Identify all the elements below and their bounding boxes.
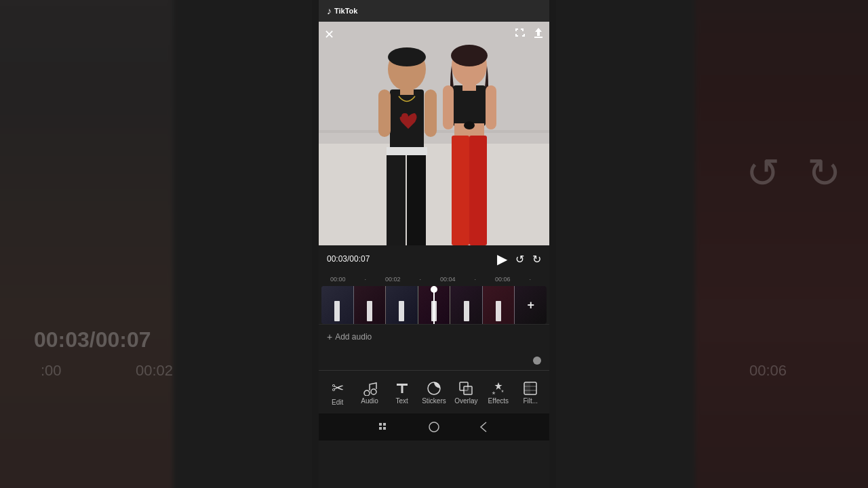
- svg-point-34: [429, 422, 439, 432]
- text-icon: [395, 381, 410, 396]
- timeline-ruler: 00:00 · 00:02 · 00:04 · 00:06 ·: [319, 272, 549, 286]
- filter-icon: [523, 381, 538, 396]
- svg-point-13: [451, 45, 488, 66]
- edit-label: Edit: [332, 399, 343, 406]
- playback-controls: ▶ ↺ ↻: [497, 251, 541, 267]
- upload-icon: [533, 27, 544, 38]
- add-segment-icon[interactable]: +: [528, 298, 535, 312]
- segment-handle-3[interactable]: [399, 301, 404, 321]
- svg-rect-18: [462, 83, 476, 91]
- svg-point-24: [371, 389, 376, 394]
- svg-rect-19: [443, 85, 454, 129]
- segment-handle-6[interactable]: [496, 301, 501, 321]
- film-segment-2[interactable]: [354, 286, 387, 324]
- ruler-mark-6: 00:06: [489, 276, 517, 283]
- film-segment-7[interactable]: +: [515, 286, 547, 324]
- redo-button[interactable]: ↻: [532, 253, 541, 266]
- tool-audio[interactable]: Audio: [356, 381, 383, 405]
- stickers-icon: [427, 381, 441, 396]
- add-audio-plus: +: [327, 331, 332, 342]
- ruler-mark-5: ·: [462, 276, 490, 283]
- film-segment-3[interactable]: [386, 286, 418, 324]
- film-segment-1[interactable]: [321, 286, 354, 324]
- nav-home-button[interactable]: [423, 416, 445, 438]
- timeline-track[interactable]: +: [321, 286, 547, 324]
- tool-overlay[interactable]: Overlay: [452, 381, 479, 405]
- playhead: [433, 286, 435, 324]
- add-audio-row[interactable]: + Add audio: [319, 324, 549, 348]
- ruler-mark-1: ·: [352, 276, 380, 283]
- svg-rect-33: [383, 427, 386, 430]
- upload-button[interactable]: [533, 27, 544, 41]
- overlay-label: Overlay: [454, 397, 477, 405]
- video-frame: [319, 22, 549, 245]
- top-bar: ♪ TikTok: [319, 0, 549, 22]
- ruler-mark-2: 00:02: [379, 276, 407, 283]
- bg-left-time2: 00:02: [136, 362, 173, 380]
- bg-redo-icon: ↻: [807, 149, 841, 197]
- segment-handle-1[interactable]: [334, 301, 340, 321]
- time-display: 00:03/00:07: [327, 254, 370, 264]
- effects-label: Effects: [488, 397, 509, 405]
- video-content-svg: [319, 22, 549, 245]
- effects-icon: [491, 381, 506, 396]
- back-icon: [479, 421, 488, 433]
- ruler-mark-0: 00:00: [324, 276, 352, 283]
- scroll-dot[interactable]: [533, 357, 541, 365]
- svg-point-21: [464, 121, 475, 129]
- nav-menu-button[interactable]: [374, 416, 395, 438]
- app-title: TikTok: [334, 7, 357, 15]
- overlay-icon: [458, 381, 473, 396]
- bg-left-panel: 00:03/00:07 :00 00:02: [0, 0, 312, 488]
- segment-handle-5[interactable]: [464, 301, 469, 321]
- close-button[interactable]: ✕: [324, 27, 334, 42]
- tool-stickers[interactable]: Stickers: [420, 381, 448, 405]
- tiktok-icon: ♪: [327, 5, 332, 16]
- tool-filter[interactable]: Filt...: [517, 381, 544, 405]
- svg-rect-8: [407, 155, 426, 245]
- svg-point-25: [428, 382, 440, 394]
- svg-rect-27: [464, 386, 472, 394]
- video-preview: ✕: [319, 22, 549, 245]
- bg-left-timestamp: 00:03/00:07: [34, 327, 151, 352]
- svg-rect-29: [524, 382, 530, 394]
- svg-rect-20: [486, 85, 496, 129]
- add-audio-label: Add audio: [335, 332, 372, 342]
- svg-rect-10: [378, 89, 391, 137]
- edit-icon: ✂: [332, 380, 344, 397]
- svg-rect-31: [383, 423, 386, 426]
- scroll-area: [319, 351, 549, 370]
- ruler-mark-4: 00:04: [434, 276, 462, 283]
- svg-rect-30: [379, 423, 382, 426]
- film-segment-6[interactable]: [483, 286, 515, 324]
- segment-handle-2[interactable]: [367, 301, 372, 321]
- audio-label: Audio: [361, 397, 378, 405]
- bg-undo-icon: ↺: [746, 149, 780, 197]
- expand-icon: [514, 27, 525, 38]
- svg-rect-7: [387, 155, 406, 245]
- bottom-toolbar: ✂ Edit Audio Text Stickers: [319, 370, 549, 413]
- tool-effects[interactable]: Effects: [485, 381, 512, 405]
- ruler-mark-3: ·: [407, 276, 435, 283]
- filter-label: Filt...: [523, 397, 538, 405]
- svg-rect-6: [387, 147, 427, 155]
- undo-button[interactable]: ↺: [515, 253, 524, 266]
- audio-icon: [362, 381, 377, 396]
- expand-button[interactable]: [514, 27, 525, 41]
- timeline-area: 00:00 · 00:02 · 00:04 · 00:06 ·: [319, 272, 549, 351]
- bg-left-time1: :00: [41, 362, 62, 380]
- nav-bar: [319, 413, 549, 441]
- home-icon: [428, 421, 440, 433]
- controls-bar: 00:03/00:07 ▶ ↺ ↻: [319, 245, 549, 272]
- svg-rect-11: [425, 89, 437, 137]
- play-button[interactable]: ▶: [497, 251, 507, 267]
- svg-rect-32: [379, 427, 382, 430]
- svg-rect-16: [452, 136, 469, 245]
- nav-back-button[interactable]: [473, 416, 494, 438]
- ruler-mark-7: ·: [517, 276, 545, 283]
- tool-edit[interactable]: ✂ Edit: [324, 380, 351, 406]
- tool-text[interactable]: Text: [389, 381, 416, 405]
- film-segment-5[interactable]: [450, 286, 483, 324]
- svg-point-23: [364, 390, 370, 396]
- svg-rect-22: [534, 37, 542, 38]
